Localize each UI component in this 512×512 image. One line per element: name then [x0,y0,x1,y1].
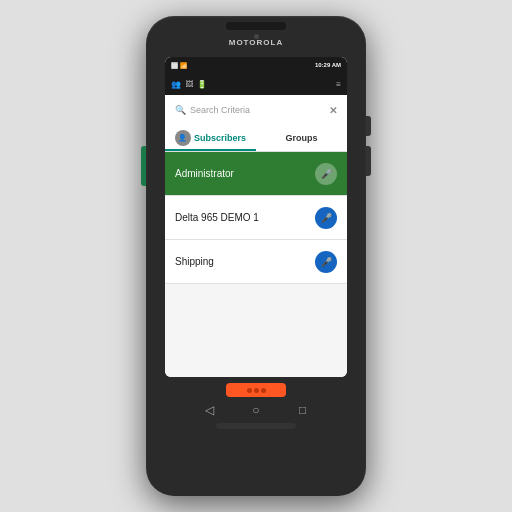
mic-button-1[interactable]: 🎤 [315,163,337,185]
status-time: 10:29 AM [315,62,341,68]
list-item-name-3: Shipping [175,256,214,267]
contacts-icon: 👥 [171,80,181,89]
header-icons-left: 👥 🖼 🔋 [171,80,207,89]
bottom-grip [216,423,296,429]
search-placeholder-text: Search Criteria [190,105,329,115]
screenshot-icon: ⬜ [171,62,178,69]
mic-button-2[interactable]: 🎤 [315,207,337,229]
search-bar[interactable]: 🔍 Search Criteria ✕ [169,99,343,121]
header-icons-right: ≡ [336,80,341,89]
recent-button[interactable]: □ [294,401,312,419]
volume-up-button[interactable] [366,116,371,136]
ptt-dot-2 [254,388,259,393]
ptt-bar[interactable] [226,383,286,397]
device-bottom: ◁ ○ □ [146,383,366,435]
tab-subscribers[interactable]: 👤 Subscribers [165,125,256,151]
back-button[interactable]: ◁ [200,401,218,419]
top-bump [226,22,286,30]
ptt-dot-3 [261,388,266,393]
search-clear-icon[interactable]: ✕ [329,105,337,116]
menu-icon[interactable]: ≡ [336,80,341,89]
screen: ⬜ 📶 10:29 AM 👥 🖼 🔋 ≡ 🔍 Search Cr [165,57,347,377]
contact-list: Administrator 🎤 Delta 965 DEMO 1 🎤 Shipp… [165,152,347,377]
tab-subscribers-label: Subscribers [194,133,246,143]
status-bar: ⬜ 📶 10:29 AM [165,57,347,73]
image-icon: 🖼 [185,80,193,89]
app-header: 👥 🖼 🔋 ≡ [165,73,347,95]
list-item-delta[interactable]: Delta 965 DEMO 1 🎤 [165,196,347,240]
brand-label: MOTOROLA [229,38,284,47]
tab-bar: 👤 Subscribers Groups [165,125,347,152]
ptt-side-button[interactable] [141,146,146,186]
mic-icon-2: 🎤 [321,213,332,223]
list-item-administrator[interactable]: Administrator 🎤 [165,152,347,196]
device: MOTOROLA ⬜ 📶 10:29 AM 👥 🖼 🔋 ≡ [146,16,366,496]
mic-icon-3: 🎤 [321,257,332,267]
volume-down-button[interactable] [366,146,371,176]
ptt-dot-1 [247,388,252,393]
tab-groups[interactable]: Groups [256,125,347,151]
search-icon: 🔍 [175,105,186,115]
list-item-name-2: Delta 965 DEMO 1 [175,212,259,223]
tab-groups-label: Groups [285,133,317,143]
tab-subscribers-avatar: 👤 [175,130,191,146]
list-item-name-1: Administrator [175,168,234,179]
battery-icon: 🔋 [197,80,207,89]
mic-button-3[interactable]: 🎤 [315,251,337,273]
mic-icon-1: 🎤 [321,169,332,179]
signal-icon: 📶 [180,62,187,69]
home-button[interactable]: ○ [247,401,265,419]
list-item-shipping[interactable]: Shipping 🎤 [165,240,347,284]
status-bar-left: ⬜ 📶 [171,62,187,69]
nav-buttons: ◁ ○ □ [186,401,326,419]
